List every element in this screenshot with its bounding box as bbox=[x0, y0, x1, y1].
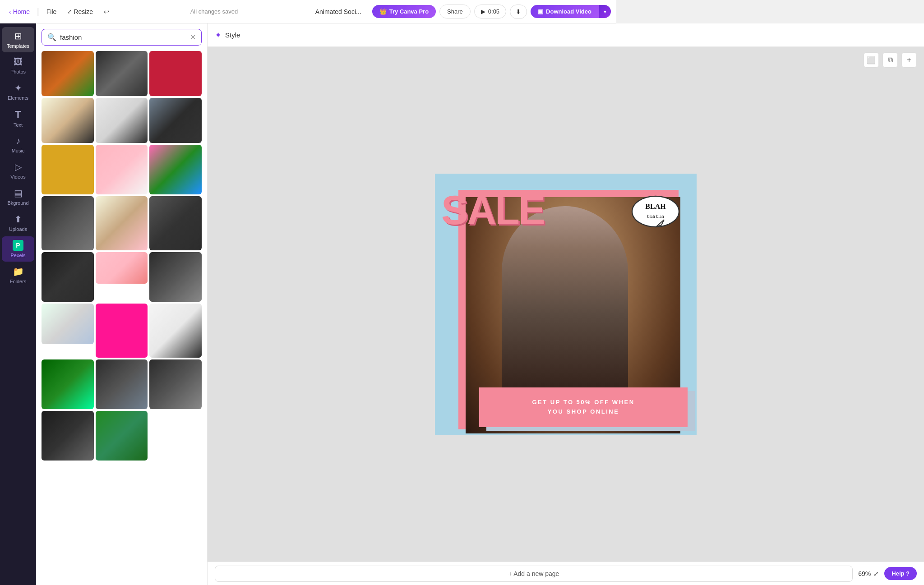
list-item[interactable] bbox=[96, 304, 148, 358]
sidebar-item-uploads[interactable]: ⬆ Uploads bbox=[2, 210, 34, 235]
sidebar-label-text: Text bbox=[14, 122, 23, 128]
sidebar-item-templates[interactable]: ⊞ Templates bbox=[2, 27, 34, 52]
download-video-button[interactable]: ▣ Download Video bbox=[531, 5, 599, 18]
model-silhouette bbox=[502, 206, 616, 392]
list-item[interactable] bbox=[42, 51, 94, 96]
file-label: File bbox=[46, 8, 57, 15]
undo-button[interactable]: ↩ bbox=[100, 5, 113, 18]
sidebar-label-pexels: Pexels bbox=[10, 253, 25, 258]
list-item[interactable] bbox=[149, 98, 202, 143]
list-item[interactable] bbox=[42, 196, 94, 250]
elements-icon: ✦ bbox=[14, 83, 22, 93]
doc-title: Animated Soci... bbox=[315, 8, 361, 15]
background-icon: ▤ bbox=[14, 188, 23, 198]
sidebar-label-photos: Photos bbox=[10, 69, 26, 74]
list-item[interactable] bbox=[149, 145, 202, 194]
list-item[interactable] bbox=[42, 252, 94, 302]
resize-button[interactable]: ⤢ Resize bbox=[64, 5, 97, 18]
sidebar-item-text[interactable]: T Text bbox=[2, 105, 34, 131]
list-item[interactable] bbox=[149, 51, 202, 96]
photos-icon: 🖼 bbox=[14, 57, 23, 67]
sidebar-item-photos[interactable]: 🖼 Photos bbox=[2, 53, 34, 78]
search-panel: 🔍 ✕ bbox=[36, 23, 208, 392]
list-item[interactable] bbox=[149, 359, 202, 392]
list-item[interactable] bbox=[42, 145, 94, 194]
sidebar-label-background: Bkground bbox=[7, 200, 28, 206]
style-bar: ✦ Style bbox=[208, 23, 616, 47]
list-item[interactable] bbox=[96, 145, 148, 194]
search-bar: 🔍 ✕ bbox=[42, 29, 202, 46]
templates-icon: ⊞ bbox=[14, 31, 22, 41]
list-item[interactable] bbox=[42, 359, 94, 392]
pexels-icon: P bbox=[13, 240, 23, 251]
search-input[interactable] bbox=[60, 33, 186, 41]
videos-icon: ▷ bbox=[15, 161, 22, 172]
download-icon-button[interactable]: ⬇ bbox=[510, 5, 527, 19]
list-item[interactable] bbox=[96, 359, 148, 392]
text-icon: T bbox=[15, 109, 21, 120]
undo-icon: ↩ bbox=[104, 8, 109, 15]
canvas-area: ⬜ ⧉ + SALE bbox=[208, 47, 616, 392]
crown-icon: 👑 bbox=[379, 8, 387, 15]
caret-down-icon: ▾ bbox=[604, 9, 606, 15]
search-icon: 🔍 bbox=[47, 33, 56, 41]
list-item[interactable] bbox=[149, 304, 202, 358]
sidebar-label-folders: Folders bbox=[10, 279, 27, 284]
home-button[interactable]: ‹ Home bbox=[5, 5, 33, 18]
chevron-left-icon: ‹ bbox=[9, 8, 11, 15]
sidebar-item-music[interactable]: ♪ Music bbox=[2, 132, 34, 157]
design-canvas: SALE BLAH blah blah GET UP TO 50% OFF WH… bbox=[435, 174, 616, 392]
share-label: Share bbox=[447, 8, 463, 15]
image-grid bbox=[36, 51, 207, 392]
list-item[interactable] bbox=[96, 196, 148, 250]
list-item[interactable] bbox=[42, 304, 94, 344]
list-item[interactable] bbox=[96, 252, 148, 284]
play-duration: 0:05 bbox=[488, 8, 499, 15]
resize-label: Resize bbox=[74, 8, 93, 15]
list-item[interactable] bbox=[149, 196, 202, 250]
music-icon: ♪ bbox=[16, 136, 20, 146]
sidebar-item-pexels[interactable]: P Pexels bbox=[2, 236, 34, 262]
sidebar-label-templates: Templates bbox=[7, 43, 29, 49]
folders-icon: 📁 bbox=[13, 266, 24, 277]
sidebar-item-elements[interactable]: ✦ Elements bbox=[2, 79, 34, 104]
sidebar-item-folders[interactable]: 📁 Folders bbox=[2, 263, 34, 288]
left-sidebar: ⊞ Templates 🖼 Photos ✦ Elements T Text ♪… bbox=[0, 23, 36, 392]
sidebar-item-background[interactable]: ▤ Bkground bbox=[2, 184, 34, 209]
saved-status: All changes saved bbox=[116, 8, 312, 15]
style-label: Style bbox=[225, 31, 240, 39]
main-area: ✦ Style ⬜ ⧉ + SALE bbox=[208, 23, 616, 392]
download-video-group: ▣ Download Video ▾ bbox=[531, 5, 611, 18]
play-icon: ▶ bbox=[481, 8, 485, 15]
sidebar-label-uploads: Uploads bbox=[9, 226, 27, 232]
list-item[interactable] bbox=[149, 252, 202, 302]
sidebar-item-videos[interactable]: ▷ Videos bbox=[2, 158, 34, 183]
download-icon: ⬇ bbox=[516, 8, 521, 15]
clear-search-button[interactable]: ✕ bbox=[190, 33, 196, 41]
video-icon: ▣ bbox=[538, 8, 543, 15]
sidebar-label-music: Music bbox=[12, 148, 25, 153]
sidebar-label-elements: Elements bbox=[8, 95, 28, 101]
nav-separator: | bbox=[37, 7, 39, 16]
try-pro-button[interactable]: 👑 Try Canva Pro bbox=[372, 5, 436, 18]
list-item[interactable] bbox=[96, 51, 148, 96]
download-caret-button[interactable]: ▾ bbox=[599, 5, 611, 18]
list-item[interactable] bbox=[96, 98, 148, 143]
list-item[interactable] bbox=[42, 98, 94, 143]
sale-text: SALE bbox=[441, 190, 544, 230]
play-button[interactable]: ▶ 0:05 bbox=[474, 5, 506, 18]
resize-icon: ⤢ bbox=[67, 9, 72, 15]
design-bottom-strip: GET UP TO 50% OFF WHEN YOU SHOP ONLINE bbox=[479, 387, 616, 392]
uploads-icon: ⬆ bbox=[14, 214, 22, 225]
file-button[interactable]: File bbox=[43, 5, 60, 18]
try-pro-label: Try Canva Pro bbox=[389, 8, 429, 15]
sidebar-label-videos: Videos bbox=[10, 174, 25, 180]
top-nav: ‹ Home | File ⤢ Resize ↩ All changes sav… bbox=[0, 0, 616, 23]
download-video-label: Download Video bbox=[546, 8, 591, 15]
style-sparkle-icon: ✦ bbox=[215, 30, 222, 40]
nav-right-group: 👑 Try Canva Pro Share ▶ 0:05 ⬇ ▣ Downloa… bbox=[372, 5, 611, 19]
home-label: Home bbox=[13, 8, 30, 15]
share-button[interactable]: Share bbox=[439, 5, 471, 18]
